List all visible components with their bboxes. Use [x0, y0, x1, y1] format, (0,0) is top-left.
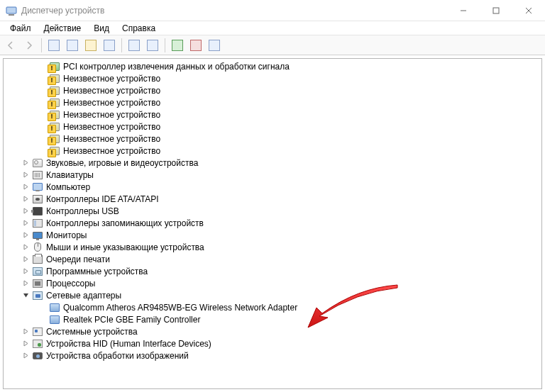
device-item[interactable]: Неизвестное устройство — [4, 108, 541, 121]
menu-file[interactable]: Файл — [4, 22, 37, 35]
expand-arrow[interactable] — [21, 254, 31, 264]
category-item[interactable]: Компьютер — [4, 181, 541, 193]
toolbar-separator — [41, 38, 42, 52]
device-item[interactable]: Неизвестное устройство — [4, 84, 541, 96]
enable-icon — [172, 40, 183, 51]
tree-item-label: PCI контроллер извлечения данных и обраб… — [63, 62, 290, 72]
expand-arrow[interactable] — [21, 170, 31, 180]
toolbar-separator — [121, 38, 122, 52]
expand-arrow[interactable] — [21, 291, 31, 301]
usb-icon — [32, 206, 43, 217]
expand-arrow[interactable] — [21, 230, 31, 240]
svg-rect-1 — [9, 14, 14, 16]
app-icon — [6, 5, 17, 16]
expand-arrow[interactable] — [21, 339, 31, 349]
show-hide-console-button[interactable] — [46, 38, 62, 53]
maximize-button[interactable] — [480, 0, 512, 21]
category-item[interactable]: Мыши и иные указывающие устройства — [4, 241, 541, 253]
device-item[interactable]: Неизвестное устройство — [4, 145, 541, 157]
toolbar — [0, 35, 545, 55]
category-item[interactable]: Звуковые, игровые и видеоустройства — [4, 157, 541, 169]
tree-item-label: Контроллеры USB — [46, 206, 119, 216]
unknown-warn-icon — [49, 97, 60, 108]
tree-item-label: Устройства HID (Human Interface Devices) — [46, 339, 211, 349]
menubar: Файл Действие Вид Справка — [0, 21, 545, 35]
expand-arrow[interactable] — [21, 158, 31, 168]
expand-arrow[interactable] — [21, 267, 31, 276]
category-item[interactable]: Мониторы — [4, 229, 541, 241]
menu-help[interactable]: Справка — [116, 22, 161, 35]
device-item[interactable]: Qualcomm Atheros AR9485WB-EG Wireless Ne… — [4, 301, 541, 313]
close-button[interactable] — [512, 0, 545, 21]
expand-arrow[interactable] — [21, 182, 31, 192]
menu-action[interactable]: Действие — [38, 22, 87, 35]
expand-arrow[interactable] — [21, 351, 31, 361]
toolbar-separator — [165, 38, 165, 52]
category-item[interactable]: Очереди печати — [4, 253, 541, 265]
tree-item-label: Контроллеры IDE ATA/ATAPI — [46, 194, 159, 204]
category-item[interactable]: Сетевые адаптеры — [4, 289, 541, 301]
minimize-button[interactable] — [447, 0, 480, 21]
category-item[interactable]: Устройства HID (Human Interface Devices) — [4, 337, 541, 349]
properties-icon — [67, 40, 78, 51]
unknown-warn-icon — [49, 133, 60, 145]
tree-item-label: Realtek PCIe GBE Family Controller — [63, 315, 200, 325]
tree-item-label: Программные устройства — [46, 267, 148, 276]
device-item[interactable]: PCI контроллер извлечения данных и обраб… — [4, 60, 541, 72]
device-item[interactable]: Неизвестное устройство — [4, 96, 541, 108]
forward-button[interactable] — [21, 38, 37, 53]
expand-arrow[interactable] — [21, 218, 31, 228]
svg-rect-0 — [6, 7, 16, 13]
sys-icon — [32, 326, 43, 337]
update-driver-button[interactable] — [145, 38, 160, 53]
tree-item-label: Мыши и иные указывающие устройства — [46, 242, 204, 252]
tree-item-label: Мониторы — [46, 230, 87, 240]
category-item[interactable]: Контроллеры запоминающих устройств — [4, 217, 541, 229]
category-item[interactable]: Клавиатуры — [4, 169, 541, 181]
uninstall-button[interactable] — [188, 38, 204, 53]
expand-arrow[interactable] — [21, 206, 31, 216]
back-button[interactable] — [3, 38, 18, 53]
category-item[interactable]: Контроллеры USB — [4, 205, 541, 217]
device-item[interactable]: Неизвестное устройство — [4, 133, 541, 145]
enable-button[interactable] — [170, 38, 185, 53]
expand-arrow[interactable] — [21, 327, 31, 337]
console-icon — [48, 40, 60, 51]
category-item[interactable]: Устройства обработки изображений — [4, 349, 541, 362]
category-item[interactable]: Процессоры — [4, 277, 541, 289]
tree-item-label: Неизвестное устройство — [63, 98, 160, 108]
scan-changes-button[interactable] — [207, 38, 222, 53]
window-title: Диспетчер устройств — [21, 6, 447, 16]
tree-item-label: Контроллеры запоминающих устройств — [46, 218, 204, 228]
expand-arrow[interactable] — [21, 242, 31, 252]
device-item[interactable]: Неизвестное устройство — [4, 72, 541, 84]
hid-icon — [32, 338, 43, 349]
action-toolbar-button[interactable] — [101, 38, 117, 53]
computer-icon — [32, 181, 43, 193]
expand-arrow[interactable] — [21, 279, 31, 289]
unknown-warn-icon — [49, 85, 60, 96]
tree-item-label: Звуковые, игровые и видеоустройства — [46, 158, 198, 168]
properties-sheet-button[interactable] — [65, 38, 80, 53]
scan-hardware-button[interactable] — [126, 38, 142, 53]
category-item[interactable]: Контроллеры IDE ATA/ATAPI — [4, 193, 541, 205]
tree-item-label: Системные устройства — [46, 327, 138, 337]
menu-view[interactable]: Вид — [88, 22, 115, 35]
printer-icon — [32, 254, 43, 265]
svg-rect-3 — [493, 8, 499, 13]
tree-item-label: Неизвестное устройство — [63, 146, 160, 156]
storage-icon — [32, 218, 43, 229]
tree-item-label: Неизвестное устройство — [63, 86, 160, 96]
category-item[interactable]: Системные устройства — [4, 325, 541, 337]
device-item[interactable]: Realtek PCIe GBE Family Controller — [4, 313, 541, 325]
device-item[interactable]: Неизвестное устройство — [4, 121, 541, 133]
netcard-icon — [49, 302, 60, 313]
tree-item-label: Компьютер — [46, 182, 90, 192]
category-item[interactable]: Программные устройства — [4, 265, 541, 277]
device-tree-panel[interactable]: PCI контроллер извлечения данных и обраб… — [3, 58, 542, 389]
help-icon — [85, 40, 97, 51]
expand-arrow[interactable] — [21, 194, 31, 204]
ide-icon — [32, 194, 43, 205]
help-toolbar-button[interactable] — [83, 38, 99, 53]
tree-item-label: Неизвестное устройство — [63, 110, 160, 120]
